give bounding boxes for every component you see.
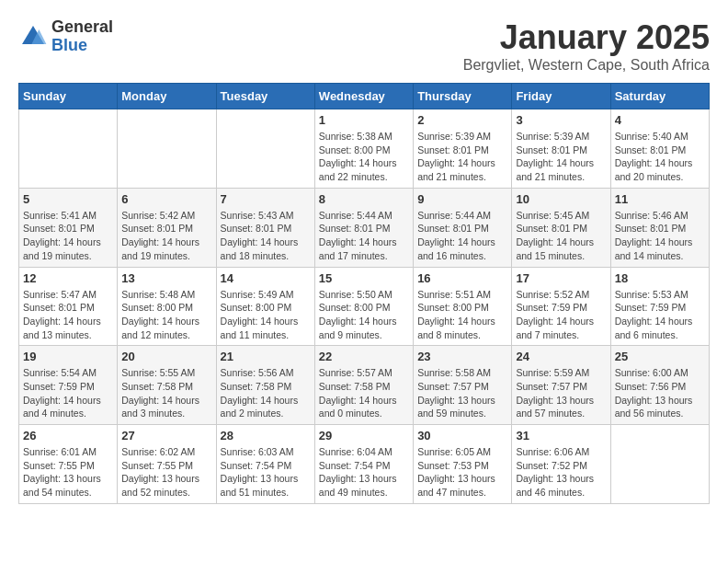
day-info: Sunrise: 6:01 AM Sunset: 7:55 PM Dayligh…: [23, 445, 113, 500]
calendar-cell: 13Sunrise: 5:48 AM Sunset: 8:00 PM Dayli…: [118, 267, 216, 346]
calendar-week-row: 12Sunrise: 5:47 AM Sunset: 8:01 PM Dayli…: [19, 267, 710, 346]
day-number: 23: [417, 350, 507, 363]
day-number: 11: [615, 192, 705, 206]
calendar-cell: 27Sunrise: 6:02 AM Sunset: 7:55 PM Dayli…: [118, 425, 216, 504]
day-info: Sunrise: 5:50 AM Sunset: 8:00 PM Dayligh…: [319, 288, 409, 342]
day-info: Sunrise: 6:02 AM Sunset: 7:55 PM Dayligh…: [121, 445, 211, 500]
day-info: Sunrise: 5:40 AM Sunset: 8:01 PM Dayligh…: [615, 130, 705, 184]
day-number: 1: [319, 113, 409, 127]
title-area: January 2025 Bergvliet, Western Cape, So…: [463, 18, 710, 74]
day-number: 16: [417, 271, 507, 285]
calendar-cell: 10Sunrise: 5:45 AM Sunset: 8:01 PM Dayli…: [512, 188, 610, 267]
calendar-header-friday: Friday: [512, 84, 610, 109]
calendar-cell: 12Sunrise: 5:47 AM Sunset: 8:01 PM Dayli…: [19, 267, 118, 346]
day-info: Sunrise: 6:03 AM Sunset: 7:54 PM Dayligh…: [221, 445, 311, 500]
day-number: 20: [121, 350, 211, 363]
calendar-cell: 8Sunrise: 5:44 AM Sunset: 8:01 PM Daylig…: [314, 188, 413, 267]
day-info: Sunrise: 5:53 AM Sunset: 7:59 PM Dayligh…: [615, 288, 705, 342]
day-info: Sunrise: 5:39 AM Sunset: 8:01 PM Dayligh…: [417, 130, 507, 184]
day-number: 9: [417, 192, 507, 206]
day-number: 27: [121, 429, 211, 442]
calendar-header-wednesday: Wednesday: [314, 84, 413, 109]
logo-icon: [18, 22, 48, 52]
day-info: Sunrise: 5:48 AM Sunset: 8:00 PM Dayligh…: [121, 288, 211, 342]
calendar-cell: [19, 109, 118, 189]
calendar-cell: 22Sunrise: 5:57 AM Sunset: 7:58 PM Dayli…: [314, 346, 413, 425]
day-info: Sunrise: 5:51 AM Sunset: 8:00 PM Dayligh…: [417, 288, 507, 342]
calendar-cell: 18Sunrise: 5:53 AM Sunset: 7:59 PM Dayli…: [610, 267, 709, 346]
day-info: Sunrise: 5:49 AM Sunset: 8:00 PM Dayligh…: [221, 288, 311, 342]
calendar-cell: 15Sunrise: 5:50 AM Sunset: 8:00 PM Dayli…: [314, 267, 413, 346]
calendar-cell: 7Sunrise: 5:43 AM Sunset: 8:01 PM Daylig…: [216, 188, 314, 267]
day-info: Sunrise: 5:38 AM Sunset: 8:00 PM Dayligh…: [319, 130, 409, 184]
day-info: Sunrise: 5:57 AM Sunset: 7:58 PM Dayligh…: [319, 366, 409, 420]
calendar-cell: [610, 425, 709, 504]
calendar-cell: 25Sunrise: 6:00 AM Sunset: 7:56 PM Dayli…: [610, 346, 709, 425]
day-number: 15: [319, 271, 409, 285]
calendar-week-row: 26Sunrise: 6:01 AM Sunset: 7:55 PM Dayli…: [19, 425, 710, 504]
day-info: Sunrise: 5:44 AM Sunset: 8:01 PM Dayligh…: [319, 209, 409, 263]
calendar-cell: 26Sunrise: 6:01 AM Sunset: 7:55 PM Dayli…: [19, 425, 118, 504]
calendar-header-sunday: Sunday: [19, 84, 118, 109]
day-number: 10: [516, 192, 606, 206]
calendar-header-row: SundayMondayTuesdayWednesdayThursdayFrid…: [19, 84, 710, 109]
logo: General Blue: [18, 18, 113, 55]
day-info: Sunrise: 5:45 AM Sunset: 8:01 PM Dayligh…: [516, 209, 606, 263]
day-number: 14: [221, 271, 311, 285]
calendar-cell: 19Sunrise: 5:54 AM Sunset: 7:59 PM Dayli…: [19, 346, 118, 425]
calendar-cell: 30Sunrise: 6:05 AM Sunset: 7:53 PM Dayli…: [414, 425, 512, 504]
calendar-cell: 21Sunrise: 5:56 AM Sunset: 7:58 PM Dayli…: [216, 346, 314, 425]
day-info: Sunrise: 5:46 AM Sunset: 8:01 PM Dayligh…: [615, 209, 705, 263]
day-number: 19: [23, 350, 113, 363]
day-number: 18: [615, 271, 705, 285]
day-info: Sunrise: 5:52 AM Sunset: 7:59 PM Dayligh…: [516, 288, 606, 342]
day-info: Sunrise: 5:41 AM Sunset: 8:01 PM Dayligh…: [23, 209, 113, 263]
calendar-week-row: 19Sunrise: 5:54 AM Sunset: 7:59 PM Dayli…: [19, 346, 710, 425]
day-info: Sunrise: 5:59 AM Sunset: 7:57 PM Dayligh…: [516, 366, 606, 420]
day-number: 30: [417, 429, 507, 442]
day-info: Sunrise: 5:43 AM Sunset: 8:01 PM Dayligh…: [221, 209, 311, 263]
calendar-cell: 29Sunrise: 6:04 AM Sunset: 7:54 PM Dayli…: [314, 425, 413, 504]
day-number: 8: [319, 192, 409, 206]
calendar-cell: 3Sunrise: 5:39 AM Sunset: 8:01 PM Daylig…: [512, 109, 610, 189]
calendar-cell: 20Sunrise: 5:55 AM Sunset: 7:58 PM Dayli…: [118, 346, 216, 425]
calendar-cell: [118, 109, 216, 189]
calendar-header-monday: Monday: [118, 84, 216, 109]
calendar-cell: 9Sunrise: 5:44 AM Sunset: 8:01 PM Daylig…: [414, 188, 512, 267]
calendar-header-thursday: Thursday: [414, 84, 512, 109]
calendar: SundayMondayTuesdayWednesdayThursdayFrid…: [18, 83, 710, 504]
day-info: Sunrise: 5:55 AM Sunset: 7:58 PM Dayligh…: [121, 366, 211, 420]
calendar-cell: 6Sunrise: 5:42 AM Sunset: 8:01 PM Daylig…: [118, 188, 216, 267]
day-info: Sunrise: 6:00 AM Sunset: 7:56 PM Dayligh…: [615, 366, 705, 420]
day-info: Sunrise: 5:44 AM Sunset: 8:01 PM Dayligh…: [417, 209, 507, 263]
logo-general-text: General: [51, 17, 113, 36]
location-title: Bergvliet, Western Cape, South Africa: [463, 57, 710, 74]
day-number: 17: [516, 271, 606, 285]
calendar-body: 1Sunrise: 5:38 AM Sunset: 8:00 PM Daylig…: [19, 109, 710, 504]
day-info: Sunrise: 6:04 AM Sunset: 7:54 PM Dayligh…: [319, 445, 409, 500]
calendar-cell: [216, 109, 314, 189]
calendar-cell: 2Sunrise: 5:39 AM Sunset: 8:01 PM Daylig…: [414, 109, 512, 189]
day-number: 25: [615, 350, 705, 363]
calendar-week-row: 5Sunrise: 5:41 AM Sunset: 8:01 PM Daylig…: [19, 188, 710, 267]
calendar-cell: 31Sunrise: 6:06 AM Sunset: 7:52 PM Dayli…: [512, 425, 610, 504]
day-number: 28: [221, 429, 311, 442]
day-number: 12: [23, 271, 113, 285]
calendar-week-row: 1Sunrise: 5:38 AM Sunset: 8:00 PM Daylig…: [19, 109, 710, 189]
day-info: Sunrise: 5:47 AM Sunset: 8:01 PM Dayligh…: [23, 288, 113, 342]
day-info: Sunrise: 6:05 AM Sunset: 7:53 PM Dayligh…: [417, 445, 507, 500]
calendar-cell: 1Sunrise: 5:38 AM Sunset: 8:00 PM Daylig…: [314, 109, 413, 189]
calendar-cell: 14Sunrise: 5:49 AM Sunset: 8:00 PM Dayli…: [216, 267, 314, 346]
logo-blue-text: Blue: [51, 36, 87, 54]
day-number: 13: [121, 271, 211, 285]
day-number: 29: [319, 429, 409, 442]
day-info: Sunrise: 5:56 AM Sunset: 7:58 PM Dayligh…: [221, 366, 311, 420]
day-info: Sunrise: 5:58 AM Sunset: 7:57 PM Dayligh…: [417, 366, 507, 420]
day-number: 26: [23, 429, 113, 442]
day-number: 21: [221, 350, 311, 363]
day-number: 31: [516, 429, 606, 442]
day-number: 5: [23, 192, 113, 206]
calendar-cell: 16Sunrise: 5:51 AM Sunset: 8:00 PM Dayli…: [414, 267, 512, 346]
calendar-header-saturday: Saturday: [610, 84, 709, 109]
calendar-cell: 23Sunrise: 5:58 AM Sunset: 7:57 PM Dayli…: [414, 346, 512, 425]
